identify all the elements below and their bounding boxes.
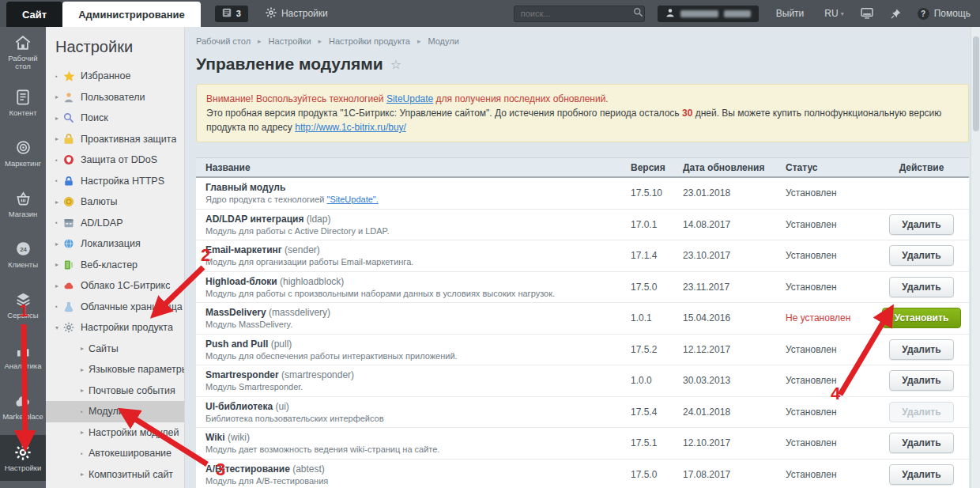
module-action-button[interactable]: Удалить	[889, 277, 953, 297]
logout-link[interactable]: Выйти	[776, 8, 805, 19]
sidebar-menu-item[interactable]: ▪ Избранное	[46, 66, 184, 87]
module-desc-link[interactable]: "SiteUpdate".	[327, 195, 379, 204]
vertical-scrollbar[interactable]	[971, 27, 980, 488]
module-update-date: 12.10.2017	[683, 437, 786, 448]
module-description: Модуль для A/B-тестирования	[205, 476, 631, 486]
module-action-button[interactable]: Удалить	[889, 402, 953, 422]
module-update-date: 23.01.2018	[683, 187, 786, 199]
rail-item[interactable]: Аналитика	[0, 331, 46, 381]
notifications-counter[interactable]: 3	[215, 6, 248, 22]
module-action-button[interactable]: Удалить	[889, 464, 953, 485]
rail-item[interactable]: Сервисы	[0, 280, 46, 331]
analytics-icon	[15, 342, 31, 359]
sidebar-menu-item[interactable]: ▪ Автокеширование	[46, 443, 184, 464]
table-row: Highload-блоки (highloadblock) Модуль дл…	[196, 272, 969, 304]
sidebar-menu-item[interactable]: ▪ Настройка HTTPS	[46, 171, 184, 192]
desktop-view-icon[interactable]	[860, 7, 874, 20]
module-action-button[interactable]: Удалить	[889, 245, 953, 266]
module-action-button[interactable]: Удалить	[889, 370, 953, 391]
table-row: AD/LDAP интеграция (ldap) Модуль для раб…	[196, 210, 969, 241]
module-code: (wiki)	[228, 432, 250, 443]
marker-icon: ▸	[55, 93, 63, 100]
table-header: Название Версия Дата обновления Статус Д…	[196, 157, 969, 178]
protection-icon	[63, 134, 81, 145]
search-icon[interactable]	[633, 6, 643, 21]
rail-item[interactable]: Контент	[0, 78, 46, 128]
sidebar-menu-item[interactable]: ▪ AD/LDAP	[46, 213, 184, 234]
module-code: (ldap)	[307, 214, 331, 225]
module-update-date: 23.10.2017	[683, 250, 786, 261]
tab-admin[interactable]: Администрирование	[62, 2, 201, 27]
gear-icon	[266, 7, 277, 21]
user-account-chip[interactable]	[658, 6, 759, 22]
notifications-count: 3	[236, 9, 241, 18]
sidebar-menu-item[interactable]: ▸ Валюты	[46, 191, 184, 213]
search-input[interactable]	[521, 9, 633, 18]
pin-icon[interactable]	[890, 8, 902, 20]
rail-item[interactable]: 24 Клиенты	[0, 229, 46, 280]
module-version: 17.5.10	[631, 187, 683, 199]
marker-icon: ▸	[55, 240, 63, 248]
table-row: A/B-тестирование (abtest) Модуль для A/B…	[196, 460, 969, 488]
sidebar-menu-item[interactable]: ▸ Почтовые события	[46, 380, 184, 402]
module-action-button[interactable]: Установить	[882, 308, 962, 328]
sidebar-menu-item[interactable]: ▸ Настройки модулей	[46, 422, 184, 444]
rail-item[interactable]: Маркетинг	[0, 128, 46, 179]
sidebar-menu-item[interactable]: ▸ Проактивная защита	[46, 129, 184, 150]
module-name: Email-маркетинг	[205, 244, 282, 255]
buy-link[interactable]: http://www.1c-bitrix.ru/buy/	[295, 122, 406, 133]
marker-icon: ▪	[55, 157, 63, 164]
sidebar-menu-item[interactable]: ▸ Композитный сайт	[46, 464, 184, 486]
help-link[interactable]: ? Помощь	[918, 8, 971, 20]
sidebar-menu-item[interactable]: ▪ Облачные хранилища	[46, 297, 184, 318]
siteupdate-link[interactable]: SiteUpdate	[386, 93, 433, 104]
marketing-icon	[15, 139, 32, 157]
topbar-settings-link[interactable]: Настройки	[266, 7, 328, 21]
breadcrumb-item[interactable]: Рабочий стол	[196, 36, 251, 46]
language-selector[interactable]: RU▾	[824, 8, 843, 19]
module-action-button[interactable]: Удалить	[889, 433, 953, 453]
module-action-button[interactable]: Удалить	[889, 339, 953, 360]
main-content: Рабочий стол▸Настройки▸Настройки продукт…	[185, 27, 980, 488]
module-status: Установлен	[786, 344, 874, 355]
module-status: Установлен	[786, 437, 874, 448]
breadcrumb-item[interactable]: Настройки	[269, 36, 311, 46]
module-status: Установлен	[786, 469, 874, 480]
sidebar-menu-item[interactable]: ▪ Защита от DDoS	[46, 149, 184, 171]
rail-item[interactable]: Магазин	[0, 179, 46, 229]
marker-icon: ▸	[81, 471, 89, 478]
module-status: Установлен	[786, 282, 874, 293]
table-row: MassDelivery (massdelivery) Модуль MassD…	[196, 303, 969, 335]
gear-white-icon	[14, 444, 32, 461]
module-status: Установлен	[786, 187, 874, 199]
sidebar-menu-item[interactable]: ▪ Модули	[46, 401, 184, 422]
breadcrumb-separator-icon: ▸	[258, 37, 262, 45]
module-description: Модуль Smartresponder.	[205, 382, 631, 392]
rail-item[interactable]: Marketplace	[0, 381, 46, 432]
sidebar-menu-item[interactable]: ▸ Поиск	[46, 108, 184, 129]
table-row: UI-библиотека (ui) Библиотека пользовате…	[196, 397, 969, 429]
favorite-star-icon[interactable]: ☆	[390, 57, 401, 72]
rail-item[interactable]: Рабочий стол	[0, 27, 46, 78]
module-code: (ui)	[276, 401, 289, 412]
page-title: Управление модулями	[196, 55, 383, 74]
settings-menu: ▪ Избранное ▸ Пользователи ▸ Поиск ▸ Про…	[46, 66, 184, 485]
sidebar-menu-item[interactable]: ▸ Пользователи	[46, 87, 184, 108]
module-version: 17.0.1	[631, 219, 683, 230]
sidebar-menu-item[interactable]: ▸ Языковые параметры	[46, 359, 184, 380]
sidebar-menu-item[interactable]: ▸ Облако 1С-Битрикс	[46, 275, 184, 297]
module-version: 17.5.1	[631, 437, 683, 448]
module-action-button[interactable]: Удалить	[889, 214, 953, 235]
sidebar-menu-item[interactable]: ▾ Настройки продукта	[46, 317, 184, 339]
sidebar-menu-item[interactable]: ▸ Веб-кластер	[46, 255, 184, 276]
sidebar-menu-item[interactable]: ▸ Локализация	[46, 233, 184, 255]
scrollbar-thumb[interactable]	[973, 36, 979, 131]
svg-text:24: 24	[20, 246, 27, 253]
sidebar-menu-item[interactable]: ▸ Сайты	[46, 339, 184, 360]
marker-icon: ▸	[81, 429, 89, 436]
breadcrumb-item[interactable]: Настройки продукта	[329, 36, 410, 46]
settings-sidebar: Настройки ▪ Избранное ▸ Пользователи ▸ П…	[46, 27, 185, 488]
tab-site[interactable]: Сайт	[6, 2, 62, 27]
rail-item[interactable]: Настройки	[0, 435, 46, 481]
module-status: Не установлен	[786, 312, 874, 323]
